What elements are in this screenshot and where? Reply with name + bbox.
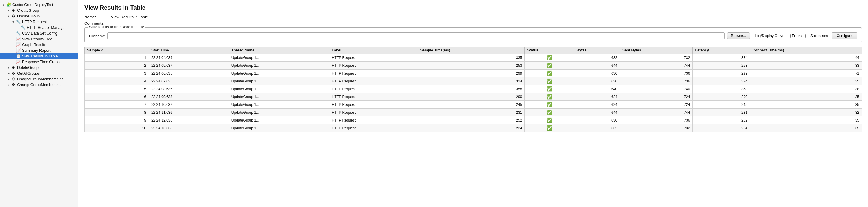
- sidebar-item-summary-report[interactable]: 📈Summary Report: [0, 47, 78, 53]
- table-cell-6-4: 245: [418, 101, 525, 109]
- expand-arrow-change-group-membership: ▶: [6, 83, 11, 87]
- status-icon: ✅: [547, 126, 553, 131]
- table-row: 522:24:08.636UpdateGroup 1...HTTP Reques…: [85, 85, 862, 93]
- table-cell-5-1: 22:24:09.638: [149, 93, 229, 101]
- sidebar-item-chagne-group-memberships[interactable]: ▶⚙ChagneGroupMemberships: [0, 76, 78, 82]
- sidebar-item-update-group[interactable]: ▼⚙UpdateGroup: [0, 13, 78, 19]
- item-icon-http-header-manager: 🔧: [21, 25, 26, 30]
- sidebar-item-label-change-group-membership: ChangeGroupMembership: [17, 83, 61, 87]
- table-cell-8-3: HTTP Request: [329, 116, 418, 124]
- table-cell-1-2: UpdateGroup 1...: [229, 62, 329, 69]
- table-cell-0-9: 44: [750, 54, 862, 62]
- table-cell-6-3: HTTP Request: [329, 101, 418, 109]
- comments-row: Comments:: [84, 21, 862, 26]
- item-icon-view-results-in-table: 📋: [16, 54, 21, 58]
- table-cell-7-3: HTTP Request: [329, 109, 418, 116]
- status-icon: ✅: [547, 71, 553, 76]
- table-cell-6-5: ✅: [525, 101, 574, 109]
- table-cell-7-1: 22:24:11.636: [149, 109, 229, 116]
- successes-checkbox-group: Successes: [805, 34, 828, 38]
- name-value: View Results in Table: [111, 15, 148, 19]
- table-cell-7-7: 744: [620, 109, 692, 116]
- sidebar-item-get-all-groups[interactable]: ▶⚙GetAllGroups: [0, 70, 78, 76]
- table-header-6: Bytes: [574, 47, 620, 54]
- sidebar-item-http-header-manager[interactable]: 🔧HTTP Header Manager: [0, 25, 78, 30]
- table-cell-9-1: 22:24:13.638: [149, 124, 229, 132]
- table-cell-2-3: HTTP Request: [329, 69, 418, 77]
- table-cell-4-0: 5: [85, 85, 149, 93]
- table-cell-7-6: 644: [574, 109, 620, 116]
- table-cell-9-7: 732: [620, 124, 692, 132]
- table-cell-8-4: 252: [418, 116, 525, 124]
- sidebar-item-change-group-membership[interactable]: ▶⚙ChangeGroupMembership: [0, 82, 78, 88]
- table-cell-0-0: 1: [85, 54, 149, 62]
- table-cell-8-1: 22:24:12.636: [149, 116, 229, 124]
- table-cell-7-4: 231: [418, 109, 525, 116]
- filename-input[interactable]: [107, 33, 724, 39]
- table-cell-3-3: HTTP Request: [329, 77, 418, 85]
- table-row: 222:24:05.637UpdateGroup 1...HTTP Reques…: [85, 62, 862, 69]
- sidebar-item-graph-results[interactable]: 📈Graph Results: [0, 42, 78, 47]
- table-cell-8-9: 35: [750, 116, 862, 124]
- table-cell-0-2: UpdateGroup 1...: [229, 54, 329, 62]
- table-cell-8-7: 736: [620, 116, 692, 124]
- item-icon-summary-report: 📈: [16, 48, 21, 53]
- sidebar-item-custos-group-deploy-test[interactable]: ▶🧩CustosGroupDeployTest: [0, 2, 78, 7]
- errors-checkbox[interactable]: [786, 34, 790, 38]
- item-icon-create-group: ⚙: [11, 8, 16, 13]
- status-icon: ✅: [547, 118, 553, 123]
- table-header-1: Start Time: [149, 47, 229, 54]
- sidebar-item-label-summary-report: Summary Report: [22, 48, 50, 53]
- sidebar-item-label-response-time-graph: Response Time Graph: [22, 60, 60, 64]
- table-cell-0-4: 335: [418, 54, 525, 62]
- table-cell-2-1: 22:24:06.635: [149, 69, 229, 77]
- table-cell-7-2: UpdateGroup 1...: [229, 109, 329, 116]
- expand-arrow-update-group: ▼: [6, 15, 11, 18]
- sidebar-item-create-group[interactable]: ▶⚙CreateGroup: [0, 7, 78, 13]
- table-cell-0-3: HTTP Request: [329, 54, 418, 62]
- item-icon-custos-group-deploy-test: 🧩: [6, 2, 11, 7]
- table-cell-6-1: 22:24:10.637: [149, 101, 229, 109]
- table-cell-8-0: 9: [85, 116, 149, 124]
- table-cell-3-7: 736: [620, 77, 692, 85]
- sidebar-item-view-results-in-table[interactable]: 📋View Results in Table: [0, 53, 78, 59]
- table-cell-2-5: ✅: [525, 69, 574, 77]
- sidebar-item-delete-group[interactable]: ▶⚙DeleteGroup: [0, 65, 78, 70]
- file-section: Write results to file / Read from file F…: [84, 27, 862, 42]
- configure-button[interactable]: Configure: [832, 33, 858, 39]
- sidebar-item-label-get-all-groups: GetAllGroups: [17, 71, 40, 75]
- table-cell-5-8: 290: [692, 93, 750, 101]
- item-icon-response-time-graph: 📈: [16, 60, 21, 64]
- sidebar-item-response-time-graph[interactable]: 📈Response Time Graph: [0, 59, 78, 65]
- table-cell-7-9: 32: [750, 109, 862, 116]
- table-cell-1-1: 22:24:05.637: [149, 62, 229, 69]
- section-title: Write results to file / Read from file: [88, 25, 145, 29]
- table-cell-0-1: 22:24:04.639: [149, 54, 229, 62]
- table-cell-1-0: 2: [85, 62, 149, 69]
- table-cell-3-5: ✅: [525, 77, 574, 85]
- sidebar-item-view-results-tree[interactable]: 📈View Results Tree: [0, 36, 78, 42]
- table-cell-4-7: 740: [620, 85, 692, 93]
- browse-button[interactable]: Browse...: [727, 33, 750, 39]
- table-cell-1-5: ✅: [525, 62, 574, 69]
- table-cell-2-0: 3: [85, 69, 149, 77]
- successes-label: Successes: [810, 34, 828, 38]
- successes-checkbox[interactable]: [805, 34, 809, 38]
- table-cell-6-6: 624: [574, 101, 620, 109]
- table-cell-1-7: 744: [620, 62, 692, 69]
- table-header-row: Sample #Start TimeThread NameLabelSample…: [85, 47, 862, 54]
- table-cell-6-9: 35: [750, 101, 862, 109]
- table-cell-8-6: 636: [574, 116, 620, 124]
- item-icon-csv-data-set-config: 🔧: [16, 31, 21, 35]
- sidebar: ▶🧩CustosGroupDeployTest▶⚙CreateGroup▼⚙Up…: [0, 0, 79, 207]
- table-cell-9-8: 234: [692, 124, 750, 132]
- expand-arrow-custos-group-deploy-test: ▶: [1, 3, 6, 6]
- sidebar-item-csv-data-set-config[interactable]: 🔧CSV Data Set Config: [0, 30, 78, 36]
- table-cell-9-2: UpdateGroup 1...: [229, 124, 329, 132]
- sidebar-item-http-request[interactable]: ▼🔧HTTP Request: [0, 19, 78, 25]
- sidebar-item-label-graph-results: Graph Results: [22, 43, 46, 47]
- log-display-label: Log/Display Only:: [755, 34, 783, 38]
- table-header-4: Sample Time(ms): [418, 47, 525, 54]
- table-cell-8-8: 252: [692, 116, 750, 124]
- item-icon-update-group: ⚙: [11, 14, 16, 19]
